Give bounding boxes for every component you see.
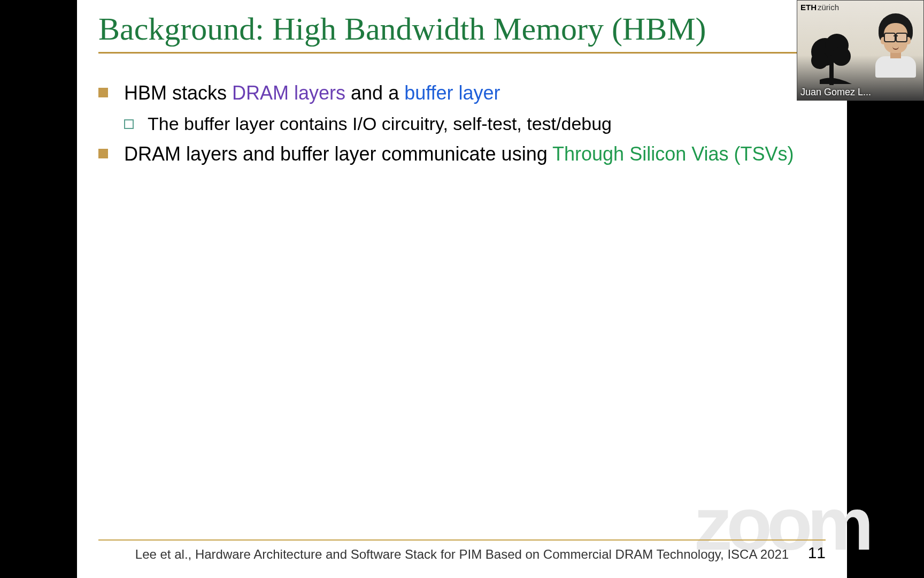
slide-title: Background: High Bandwidth Memory (HBM) bbox=[98, 11, 836, 70]
list-subitem: The buffer layer contains I/O circuitry,… bbox=[124, 112, 826, 136]
stage: Background: High Bandwidth Memory (HBM) … bbox=[0, 0, 924, 578]
speaker-name-label: Juan Gomez L... bbox=[800, 87, 923, 98]
institution-logo: ETHzürich bbox=[800, 3, 839, 12]
institution-thin: zürich bbox=[818, 3, 839, 12]
slide-title-text: Background: High Bandwidth Memory (HBM) bbox=[98, 11, 706, 47]
tree-silhouette-icon bbox=[804, 21, 863, 85]
citation: Lee et al., Hardware Architecture and So… bbox=[77, 547, 847, 562]
bullet-square-icon bbox=[98, 149, 108, 158]
svg-point-4 bbox=[811, 52, 828, 69]
title-rule bbox=[98, 52, 836, 54]
speaker-video-tile[interactable]: ETHzürich Juan Gomez L... bbox=[797, 0, 924, 101]
bullet-text: DRAM layers and buffer layer communicate… bbox=[124, 141, 826, 168]
page-number: 11 bbox=[808, 544, 826, 562]
bullet-square-icon bbox=[98, 88, 108, 97]
speaker-avatar bbox=[872, 10, 919, 74]
slide-content: HBM stacks DRAM layers and a buffer laye… bbox=[98, 80, 826, 173]
bullet-text: The buffer layer contains I/O circuitry,… bbox=[148, 112, 826, 136]
svg-point-3 bbox=[831, 47, 851, 66]
bullet-text: HBM stacks DRAM layers and a buffer laye… bbox=[124, 80, 826, 107]
bullet-hollow-icon bbox=[124, 119, 134, 129]
list-item: DRAM layers and buffer layer communicate… bbox=[98, 141, 826, 168]
presentation-slide[interactable]: Background: High Bandwidth Memory (HBM) … bbox=[77, 0, 847, 578]
footer-rule bbox=[98, 539, 826, 541]
list-item: HBM stacks DRAM layers and a buffer laye… bbox=[98, 80, 826, 107]
institution-bold: ETH bbox=[800, 3, 817, 12]
